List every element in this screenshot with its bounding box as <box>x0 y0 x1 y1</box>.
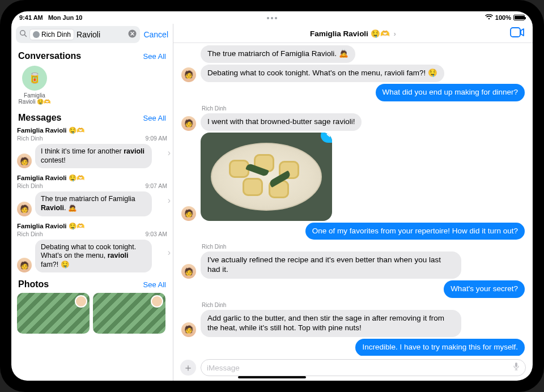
svg-rect-3 <box>511 28 520 37</box>
chevron-right-icon: › <box>393 29 396 38</box>
search-query-text: Ravioli <box>76 30 100 39</box>
photos-heading: Photos <box>18 279 49 289</box>
cancel-button[interactable]: Cancel <box>143 30 168 39</box>
sender-label: Rich Dinh <box>202 302 525 308</box>
search-person-chip[interactable]: Rich Dinh <box>29 29 74 40</box>
message-row: 🧑I went with that browned-butter sage ra… <box>181 113 525 131</box>
search-icon <box>19 29 27 40</box>
result-preview: Debating what to cook tonight. What's on… <box>35 240 152 273</box>
message-row: 🧑Add garlic to the butter, and then stir… <box>181 310 525 337</box>
sent-bubble[interactable]: Incredible. I have to try making this fo… <box>355 339 525 356</box>
message-result[interactable]: Famiglia Ravioli 🤤🫶Rich Dinh9:07 AM🧑The … <box>11 172 173 219</box>
dictate-icon[interactable] <box>513 362 520 373</box>
received-bubble[interactable]: Debating what to cook tonight. What's on… <box>201 65 444 82</box>
photo-result[interactable] <box>17 293 90 334</box>
image-attachment[interactable]: ❤ <box>201 133 332 221</box>
avatar: 🧑 <box>181 264 196 279</box>
result-time: 9:07 AM <box>145 182 167 189</box>
received-bubble[interactable]: Add garlic to the butter, and then stir … <box>201 310 461 337</box>
conversation-label: Famiglia Ravioli 🤤🫶 <box>18 92 51 105</box>
avatar: 🧑 <box>181 206 196 221</box>
received-bubble[interactable]: I've actually refined the recipe and it'… <box>201 252 461 279</box>
received-bubble[interactable]: I went with that browned-butter sage rav… <box>201 113 362 131</box>
person-tag-icon <box>75 295 87 308</box>
person-icon <box>33 31 40 38</box>
avatar: 🧑 <box>17 202 32 216</box>
conversation-pane: Famiglia Ravioli 🤤🫶 › The true matriarch… <box>173 24 533 381</box>
messages-heading: Messages <box>18 113 62 123</box>
result-sender: Rich Dinh <box>17 182 43 189</box>
message-row: What's your secret? <box>181 280 525 298</box>
sent-bubble[interactable]: What did you end up making for dinner? <box>376 84 525 101</box>
message-result[interactable]: Famiglia Ravioli 🤤🫶Rich Dinh9:03 AM🧑Deba… <box>11 220 173 276</box>
wifi-icon <box>485 14 493 21</box>
battery-pct: 100% <box>495 14 511 21</box>
sent-bubble[interactable]: One of my favorites from your repertoire… <box>305 223 525 240</box>
result-preview: I think it's time for another ravioli co… <box>35 144 152 168</box>
status-time: 9:41 AM <box>19 14 43 21</box>
status-date: Mon Jun 10 <box>48 14 83 21</box>
person-tag-icon <box>151 295 163 308</box>
message-thread[interactable]: The true matriarch of Famiglia Ravioli. … <box>173 43 533 356</box>
result-time: 9:09 AM <box>145 135 167 142</box>
conversations-heading: Conversations <box>18 51 81 61</box>
result-sender: Rich Dinh <box>17 135 43 142</box>
home-indicator[interactable] <box>238 376 306 378</box>
message-row: One of my favorites from your repertoire… <box>181 223 525 240</box>
compose-field[interactable]: iMessage <box>201 359 526 376</box>
avatar: 🧑 <box>17 258 32 272</box>
ipad-frame: 9:41 AM Mon Jun 10 100% <box>0 0 544 392</box>
messages-see-all[interactable]: See All <box>143 114 166 122</box>
photos-see-all[interactable]: See All <box>143 280 166 289</box>
result-preview: The true matriarch of Famiglia Ravioli. … <box>35 191 152 216</box>
screen: 9:41 AM Mon Jun 10 100% <box>11 11 533 381</box>
compose-placeholder: iMessage <box>207 364 240 372</box>
chevron-right-icon: › <box>168 148 171 158</box>
avatar: 🧑 <box>181 116 196 131</box>
conversations-see-all[interactable]: See All <box>143 52 166 61</box>
result-group: Famiglia Ravioli 🤤🫶 <box>17 222 167 230</box>
chevron-right-icon: › <box>168 195 171 206</box>
compose-bar: ＋ iMessage <box>173 356 533 381</box>
sent-bubble[interactable]: What's your secret? <box>444 280 525 298</box>
conversation-title: Famiglia Ravioli 🤤🫶 <box>310 29 390 38</box>
search-field[interactable]: Rich Dinh Ravioli <box>16 26 140 43</box>
battery-icon <box>513 15 525 20</box>
sender-label: Rich Dinh <box>202 244 525 250</box>
conversation-avatar: 🥫 <box>22 66 47 91</box>
result-group: Famiglia Ravioli 🤤🫶 <box>17 174 167 182</box>
result-sender: Rich Dinh <box>17 231 43 237</box>
svg-line-1 <box>24 35 26 36</box>
avatar: 🧑 <box>181 322 196 337</box>
result-group: Famiglia Ravioli 🤤🫶 <box>17 126 167 134</box>
plus-button[interactable]: ＋ <box>180 360 196 376</box>
svg-rect-4 <box>515 363 517 367</box>
message-result[interactable]: Famiglia Ravioli 🤤🫶Rich Dinh9:09 AM🧑I th… <box>11 124 173 172</box>
conversation-header[interactable]: Famiglia Ravioli 🤤🫶 › <box>173 24 533 43</box>
chip-label: Rich Dinh <box>41 31 71 39</box>
received-bubble[interactable]: The true matriarch of Famiglia Ravioli. … <box>201 45 355 63</box>
avatar: 🧑 <box>17 154 32 168</box>
message-row: 🧑❤ <box>181 133 525 221</box>
avatar: 🧑 <box>181 67 196 82</box>
result-time: 9:03 AM <box>145 231 167 237</box>
facetime-button[interactable] <box>510 27 525 39</box>
chevron-right-icon: › <box>168 248 171 258</box>
sidebar: Rich Dinh Ravioli Cancel Conversations S… <box>11 24 173 381</box>
message-row: What did you end up making for dinner? <box>181 84 525 101</box>
message-row: Incredible. I have to try making this fo… <box>181 339 525 356</box>
sender-label: Rich Dinh <box>202 105 525 112</box>
message-row: 🧑Debating what to cook tonight. What's o… <box>181 65 525 82</box>
photo-result[interactable] <box>93 293 165 334</box>
multitask-dots[interactable] <box>267 17 277 19</box>
heart-reaction-icon[interactable]: ❤ <box>321 133 332 143</box>
conversation-result[interactable]: 🥫 Famiglia Ravioli 🤤🫶 <box>11 62 51 109</box>
clear-search-icon[interactable] <box>128 29 137 40</box>
message-row: The true matriarch of Famiglia Ravioli. … <box>181 45 525 63</box>
message-row: 🧑I've actually refined the recipe and it… <box>181 252 525 279</box>
